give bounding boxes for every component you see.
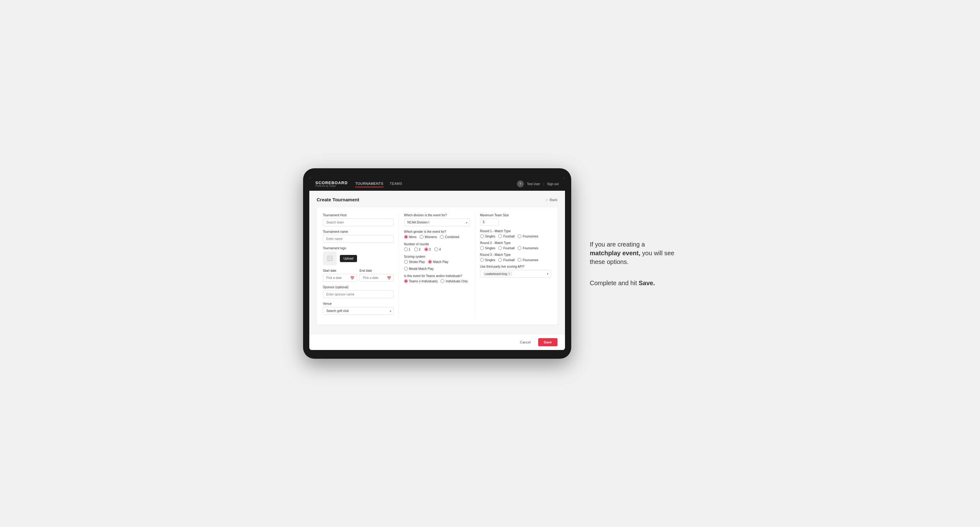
- r2-fourball[interactable]: Fourball: [498, 246, 514, 250]
- gender-radio-group: Mens Womens Combined: [404, 235, 470, 239]
- form-col-3: Maximum Team Size Round 1 - Match Type S…: [475, 213, 551, 319]
- tournament-name-input[interactable]: [323, 235, 394, 243]
- teams-label: Is this event for Teams and/or Individua…: [404, 274, 470, 278]
- tournament-name-group: Tournament name: [323, 230, 394, 243]
- annotation-save: Complete and hit Save.: [590, 279, 677, 287]
- gender-group: Which gender is the event for? Mens Wome…: [404, 230, 470, 239]
- navbar: SCOREBOARD Powered by clippit TOURNAMENT…: [309, 177, 565, 191]
- round-3[interactable]: 3: [424, 248, 431, 251]
- scoring-stroke-label: Stroke Play: [409, 260, 425, 264]
- scoring-radio-group: Stroke Play Match Play Medal Match Play: [404, 260, 470, 270]
- round1-match-section: Round 1 - Match Type Singles Fourball: [480, 229, 551, 238]
- brand-title: SCOREBOARD: [315, 181, 348, 185]
- third-party-group: Use third-party live scoring API? Leader…: [480, 265, 551, 278]
- sponsor-input[interactable]: [323, 290, 394, 298]
- cancel-button[interactable]: Cancel: [516, 338, 535, 346]
- gender-mens[interactable]: Mens: [404, 235, 417, 239]
- sponsor-group: Sponsor (optional): [323, 286, 394, 298]
- r3-foursomes[interactable]: Foursomes: [518, 258, 538, 262]
- max-team-size-input[interactable]: [480, 219, 499, 225]
- r1-singles[interactable]: Singles: [480, 234, 495, 238]
- round-2[interactable]: 2: [414, 248, 421, 251]
- logo-upload-area: Upload: [323, 251, 394, 265]
- r2-singles[interactable]: Singles: [480, 246, 495, 250]
- tournament-logo-label: Tournament logo: [323, 246, 394, 250]
- end-date-group: End date 📅: [360, 269, 394, 282]
- max-team-size-group: Maximum Team Size: [480, 213, 551, 225]
- scoring-group: Scoring system Stroke Play Match Play: [404, 255, 470, 270]
- end-date-label: End date: [360, 269, 394, 272]
- tag-item-leaderboard: Leaderboard King ×: [483, 271, 512, 276]
- tablet-frame: SCOREBOARD Powered by clippit TOURNAMENT…: [303, 168, 571, 359]
- tablet-screen: SCOREBOARD Powered by clippit TOURNAMENT…: [309, 177, 565, 350]
- third-party-select[interactable]: Leaderboard King × ▾: [480, 270, 551, 278]
- tournament-host-input[interactable]: [323, 219, 394, 226]
- svg-point-1: [328, 257, 329, 258]
- venue-select[interactable]: Search golf club: [323, 307, 394, 315]
- r3-fourball[interactable]: Fourball: [498, 258, 514, 262]
- upload-button[interactable]: Upload: [340, 255, 357, 262]
- round2-match-section: Round 2 - Match Type Singles Fourball: [480, 241, 551, 250]
- teams-group: Is this event for Teams and/or Individua…: [404, 274, 470, 283]
- nav-link-tournaments[interactable]: TOURNAMENTS: [355, 181, 383, 187]
- end-date-wrapper: 📅: [360, 274, 394, 282]
- annotation-matchplay: If you are creating a matchplay event, y…: [590, 240, 677, 266]
- gender-womens[interactable]: Womens: [420, 235, 437, 239]
- gender-combined-label: Combined: [445, 235, 459, 239]
- date-group: Start date 📅 End date: [323, 269, 394, 282]
- chevron-down-icon: ▾: [547, 272, 549, 276]
- annotations-panel: If you are creating a matchplay event, y…: [590, 240, 677, 287]
- division-select[interactable]: NCAA Division I NCAA Division II NCAA Di…: [404, 219, 470, 226]
- tournament-logo-group: Tournament logo: [323, 246, 394, 265]
- r1-fourball[interactable]: Fourball: [498, 234, 514, 238]
- signout-button[interactable]: Sign out: [547, 182, 559, 186]
- back-button[interactable]: ← Back: [545, 198, 557, 202]
- teams-individuals[interactable]: Individuals Only: [441, 279, 468, 283]
- r3-singles[interactable]: Singles: [480, 258, 495, 262]
- user-label: Test User: [527, 182, 540, 186]
- annotation-text-2: Complete and hit Save.: [590, 279, 655, 286]
- date-row: Start date 📅 End date: [323, 269, 394, 282]
- venue-group: Venue Search golf club: [323, 302, 394, 315]
- start-date-group: Start date 📅: [323, 269, 357, 282]
- rounds-label: Number of rounds: [404, 243, 470, 246]
- start-date-wrapper: 📅: [323, 274, 357, 282]
- teams-teams[interactable]: Teams (+Individuals): [404, 279, 438, 283]
- teams-radio-group: Teams (+Individuals) Individuals Only: [404, 279, 470, 283]
- tag-remove-icon[interactable]: ×: [508, 272, 510, 276]
- main-content: Create Tournament ← Back Tournament Host: [309, 191, 565, 334]
- round3-match-section: Round 3 - Match Type Singles Fourball: [480, 253, 551, 262]
- round-1[interactable]: 1: [404, 248, 410, 251]
- r2-foursomes[interactable]: Foursomes: [518, 246, 538, 250]
- sponsor-label: Sponsor (optional): [323, 286, 394, 289]
- form-col-2: Which division is the event for? NCAA Di…: [399, 213, 475, 319]
- form-grid: Tournament Host Tournament name Tourname…: [323, 213, 551, 319]
- tournament-name-label: Tournament name: [323, 230, 394, 233]
- division-label: Which division is the event for?: [404, 213, 470, 217]
- save-button[interactable]: Save: [538, 338, 557, 346]
- rounds-radio-group: 1 2 3: [404, 248, 470, 251]
- calendar-icon-2: 📅: [387, 276, 391, 280]
- gender-mens-label: Mens: [409, 235, 417, 239]
- scoring-stroke[interactable]: Stroke Play: [404, 260, 425, 264]
- gender-combined[interactable]: Combined: [440, 235, 459, 239]
- round1-match-label: Round 1 - Match Type: [480, 229, 551, 233]
- round2-match-label: Round 2 - Match Type: [480, 241, 551, 244]
- round3-radio-group: Singles Fourball Foursomes: [480, 258, 551, 262]
- venue-label: Venue: [323, 302, 394, 305]
- round1-radio-group: Singles Fourball Foursomes: [480, 234, 551, 238]
- scoring-label: Scoring system: [404, 255, 470, 258]
- venue-select-wrapper: Search golf club: [323, 307, 394, 315]
- calendar-icon: 📅: [350, 276, 355, 280]
- scoring-medal[interactable]: Medal Match Play: [404, 267, 434, 270]
- round-4[interactable]: 4: [434, 248, 441, 251]
- division-select-wrapper: NCAA Division I NCAA Division II NCAA Di…: [404, 219, 470, 226]
- logo-placeholder: [323, 251, 337, 265]
- tournament-host-label: Tournament Host: [323, 213, 394, 217]
- third-party-label: Use third-party live scoring API?: [480, 265, 551, 268]
- page-header: Create Tournament ← Back: [317, 197, 557, 202]
- nav-link-teams[interactable]: TEAMS: [390, 181, 402, 187]
- r1-foursomes[interactable]: Foursomes: [518, 234, 538, 238]
- nav-links: TOURNAMENTS TEAMS: [355, 181, 509, 187]
- scoring-match[interactable]: Match Play: [428, 260, 449, 264]
